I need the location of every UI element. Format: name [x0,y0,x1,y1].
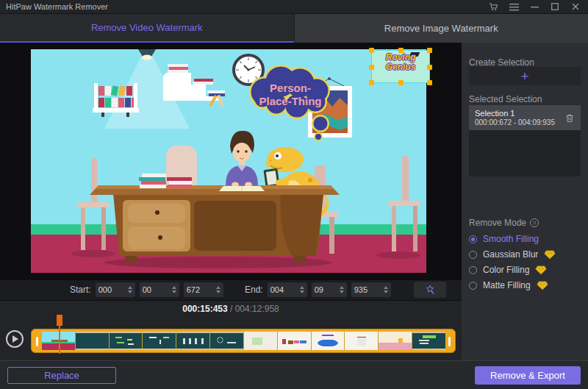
current-time: 000:15:453 [182,304,227,314]
video-stage: Person- Place-Thing [0,43,462,280]
filmstrip-thumbnail[interactable] [379,332,412,350]
mode-label: Color Filling [483,265,529,275]
selection-handle[interactable] [427,65,432,70]
tab-remove-image-watermark[interactable]: Remove Image Watermark [294,14,588,43]
menu-icon[interactable] [507,1,520,12]
cartoon-scene: Person- Place-Thing [31,49,426,273]
selection-handle[interactable] [398,48,404,53]
cloud-text-line1: Person- [270,82,311,94]
mode-gaussian-blur[interactable]: Gaussian Blur [469,249,556,260]
start-time-group: Start: 000 00 672 [70,282,223,297]
cloud-text-line2: Place-Thing [259,95,321,107]
selection-handle[interactable] [369,48,374,53]
filmstrip-thumbnail[interactable] [76,332,110,350]
filmstrip-thumbnail[interactable] [110,332,143,350]
mode-smooth-filling[interactable]: Smooth Filling [469,234,539,244]
playhead-marker[interactable] [57,315,62,326]
radio-icon[interactable] [469,251,477,259]
end-time-group: End: 004 09 935 [245,282,391,297]
help-icon[interactable]: ? [530,218,539,227]
time-display: 000:15:453 / 004:12:958 [0,304,462,314]
spinner-arrows-icon[interactable] [384,286,388,293]
end-millis-spinner[interactable]: 935 [351,282,391,297]
time-range-controls: Start: 000 00 672 End: 004 09 935 [0,280,462,300]
selection-time-range: 000:00:672 - 004:09:935 [475,118,564,127]
playhead-line[interactable] [59,326,60,354]
mode-label: Smooth Filling [483,234,539,244]
scene-bookshelf [93,83,139,117]
tab-label: Remove Image Watermark [384,23,498,34]
start-minutes-spinner[interactable]: 000 [96,282,135,297]
trim-handle-left[interactable] [36,337,38,346]
filmstrip-track[interactable] [31,329,456,353]
filmstrip-thumbnail[interactable] [244,332,278,350]
delete-selection-icon[interactable] [564,113,575,123]
mode-label: Gaussian Blur [483,249,538,260]
replace-button[interactable]: Replace [7,367,116,384]
end-seconds-spinner[interactable]: 09 [312,282,347,297]
watermark-line2: Genius [372,63,429,72]
minimize-button[interactable] [528,1,541,12]
tab-remove-video-watermark[interactable]: Remove Video Watermark [0,14,294,43]
mode-color-filling[interactable]: Color Filling [469,265,547,275]
selection-handle[interactable] [369,80,374,85]
mode-matte-filling[interactable]: Matte Filling [469,280,548,290]
filmstrip-thumbnail[interactable] [345,332,379,350]
radio-icon[interactable] [469,266,477,274]
auto-select-watermark-button[interactable] [414,282,446,298]
radio-icon[interactable] [469,235,477,243]
end-minutes-spinner[interactable]: 004 [268,282,307,297]
selection-handle[interactable] [369,65,374,70]
watermark-logo-text: Roving Genius [372,53,429,72]
filmstrip-thumbnail[interactable] [312,332,345,350]
start-label: Start: [70,285,91,295]
cart-icon[interactable] [487,1,500,12]
total-time: 004:12:958 [235,304,279,314]
remove-mode-header: Remove Mode ? [469,218,539,228]
time-divider: / [228,304,235,314]
start-seconds-value: 00 [143,285,172,294]
filmstrip-thumbnail[interactable] [143,332,176,350]
tab-label: Remove Video Watermark [91,22,203,33]
filmstrip-thumbnail[interactable] [412,332,445,350]
spinner-arrows-icon[interactable] [340,286,344,293]
video-canvas[interactable]: Person- Place-Thing [31,49,426,273]
magic-select-icon [424,284,436,296]
selection-handle[interactable] [427,48,432,53]
play-button[interactable] [6,330,24,348]
filmstrip-thumbnail[interactable] [176,332,210,350]
maximize-button[interactable] [548,1,562,12]
close-button[interactable] [569,1,582,12]
remove-mode-label: Remove Mode [469,218,526,228]
trim-handle-right[interactable] [448,337,451,346]
spinner-arrows-icon[interactable] [300,286,304,293]
watermark-selection-box[interactable]: Roving Genius [371,50,430,83]
selected-selection-label: Selected Selection [469,94,542,104]
start-millis-spinner[interactable]: 672 [184,282,223,297]
spinner-arrows-icon[interactable] [128,286,132,293]
selection-handle[interactable] [427,80,432,85]
footer-bar: Replace Remove & Export [0,360,588,389]
spinner-arrows-icon[interactable] [172,286,176,293]
selection-handle[interactable] [398,80,404,85]
timeline-section: 000:15:453 / 004:12:958 [0,300,462,360]
end-minutes-value: 004 [270,285,300,294]
remove-export-button[interactable]: Remove & Export [475,366,581,385]
selection-list: Selection 1 000:00:672 - 004:09:935 [469,105,581,176]
end-millis-value: 935 [354,285,384,294]
play-icon [12,335,18,343]
mode-label: Matte Filling [483,280,531,290]
spinner-arrows-icon[interactable] [216,286,220,293]
filmstrip-thumbnails [42,332,445,350]
selection-list-item[interactable]: Selection 1 000:00:672 - 004:09:935 [469,105,581,130]
start-seconds-spinner[interactable]: 00 [140,282,179,297]
titlebar: HitPaw Watermark Remover [0,0,588,14]
create-selection-button[interactable]: + [469,67,581,85]
right-panel: Create Selection + Selected Selection Se… [462,43,588,360]
filmstrip-thumbnail[interactable] [210,332,244,350]
filmstrip-thumbnail[interactable] [278,332,312,350]
start-minutes-value: 000 [98,285,128,294]
app-window: HitPaw Watermark Remover Remove Video Wa… [0,0,588,389]
premium-gem-icon [535,265,547,275]
radio-icon[interactable] [469,282,477,290]
